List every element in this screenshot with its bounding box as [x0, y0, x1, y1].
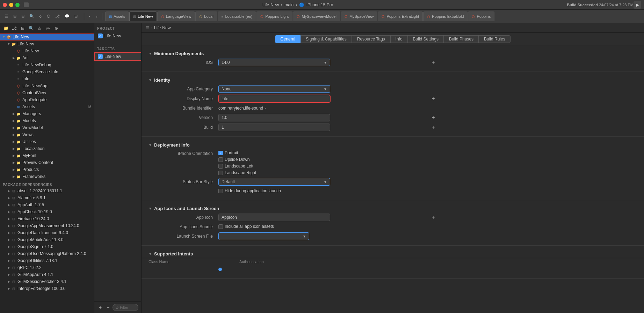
landscape-left-checkbox[interactable]: [218, 164, 223, 169]
status-bar-style-dropdown[interactable]: Default ▼: [218, 178, 330, 186]
package-dep-item[interactable]: ▶ ⊟ gRPC 1.62.2: [0, 264, 94, 271]
tree-item-preview-content[interactable]: ▶ 📁 Preview Content: [0, 159, 94, 166]
maximize-button[interactable]: [15, 3, 20, 7]
tab-languageview[interactable]: ⬡ LanguageView: [157, 12, 195, 21]
tree-item-managers[interactable]: ▶ 📁 Managers: [0, 110, 94, 117]
tab-localizable[interactable]: ≡ Localizable (en): [218, 12, 256, 21]
display-name-plus[interactable]: +: [430, 96, 436, 102]
tree-group-life-new[interactable]: ▼ 📂 Life-New: [0, 40, 94, 47]
debug-icon[interactable]: ⊕: [53, 25, 59, 31]
tab-life-new[interactable]: ⊟ Life-New: [129, 12, 157, 21]
package-dep-item[interactable]: ▶ ⊟ GoogleMobileAds 11.3.0: [0, 236, 94, 243]
min-deployments-title-row[interactable]: ▼ Minimum Deployments: [142, 50, 644, 58]
package-dep-item[interactable]: ▶ ⊟ Firebase 10.24.0: [0, 215, 94, 222]
tab-resource-tags[interactable]: Resource Tags: [352, 35, 390, 43]
package-dep-item[interactable]: ▶ ⊟ GoogleAppMeasurement 10.24.0: [0, 222, 94, 229]
package-dep-item[interactable]: ▶ ⊟ GTMAppAuth 4.1.1: [0, 271, 94, 278]
tree-item-viewmodel[interactable]: ▶ 📁 ViewModel: [0, 124, 94, 131]
tree-root-item[interactable]: ▼ 📦 Life-New: [0, 33, 94, 40]
package-dep-item[interactable]: ▶ ⊟ abseil 1.20240116011.1: [0, 187, 94, 194]
filter-input-container[interactable]: ⊙ Filter: [113, 304, 138, 311]
tree-item-assets[interactable]: ⊞ Assets M: [0, 103, 94, 110]
app-icon-input[interactable]: [218, 214, 330, 221]
version-plus[interactable]: +: [430, 114, 436, 121]
back-button[interactable]: ‹: [87, 12, 93, 21]
tab-myspace-viewmodel[interactable]: ⬡ MySpaceViewModel: [293, 12, 340, 21]
tree-item-appdelegate[interactable]: ⬡ AppDelegate: [0, 96, 94, 103]
test-icon[interactable]: ◎: [45, 25, 51, 31]
ios-plus-button[interactable]: +: [430, 59, 436, 66]
build-plus[interactable]: +: [430, 124, 436, 131]
hide-launch-checkbox[interactable]: [218, 189, 223, 193]
bookmark-button[interactable]: ⊟: [19, 12, 27, 21]
tree-item-frameworks[interactable]: ▶ 📁 Frameworks: [0, 173, 94, 180]
package-dep-item[interactable]: ▶ ⊟ GoogleSignIn 7.1.0: [0, 243, 94, 250]
target-item-life-new[interactable]: A Life-New: [94, 52, 141, 61]
tree-item-life-new-swift[interactable]: ⬡ Life-New: [0, 47, 94, 54]
identity-title-row[interactable]: ▼ Identity: [142, 76, 644, 84]
tree-item-contentview[interactable]: ⬡ ContentView: [0, 89, 94, 96]
display-name-input[interactable]: [218, 95, 330, 103]
app-icons-source-checkbox[interactable]: [218, 224, 223, 229]
version-input[interactable]: [218, 114, 330, 121]
build-input[interactable]: [218, 124, 330, 131]
diamond-button[interactable]: ◇: [37, 12, 44, 21]
package-dep-item[interactable]: ▶ ⊟ GoogleDataTransport 9.4.0: [0, 229, 94, 236]
tree-item-googleservice[interactable]: ≡ GoogleService-Info: [0, 68, 94, 75]
tab-general[interactable]: General: [275, 35, 301, 43]
comment-button[interactable]: 💬: [63, 12, 72, 21]
hex-button[interactable]: ⬡: [45, 12, 52, 21]
package-dep-item[interactable]: ▶ ⊟ GoogleUserMessagingPlatform 2.4.0: [0, 250, 94, 257]
package-dep-item[interactable]: ▶ ⊟ AppAuth 1.7.5: [0, 201, 94, 208]
warning-icon[interactable]: ⚠: [36, 25, 43, 31]
close-button[interactable]: [3, 3, 7, 7]
forward-button[interactable]: ›: [94, 12, 100, 21]
supported-intents-title-row[interactable]: ▼ Supported Intents: [142, 250, 644, 258]
play-button[interactable]: ▶: [634, 1, 641, 9]
tab-myspace-view[interactable]: ⬡ MySpaceView: [341, 12, 378, 21]
tab-signing[interactable]: Signing & Capabilities: [301, 35, 352, 43]
inspector-toggle-button[interactable]: ⊞: [11, 12, 19, 21]
package-dep-item[interactable]: ▶ ⊟ Alamofire 5.9.1: [0, 194, 94, 201]
ios-version-dropdown[interactable]: 14.0 ▼: [218, 59, 330, 66]
tree-item-info[interactable]: ≡ Info: [0, 75, 94, 82]
tree-item-life-newapp[interactable]: ⬡ Life_NewApp: [0, 82, 94, 89]
tree-item-utilities[interactable]: ▶ 📁 Utilities: [0, 138, 94, 145]
tree-item-life-newdebug[interactable]: ≡ Life-NewDebug: [0, 61, 94, 68]
tree-item-myfont[interactable]: ▶ 📁 MyFont: [0, 152, 94, 159]
tab-poppins-light[interactable]: ⬡ Poppins-Light: [256, 12, 292, 21]
package-dep-item[interactable]: ▶ ⊟ InteropForGoogle 100.0.0: [0, 285, 94, 292]
add-target-button[interactable]: +: [97, 304, 103, 311]
app-category-dropdown[interactable]: None ▼: [218, 85, 330, 93]
tab-assets[interactable]: ⊟ Assets: [105, 12, 129, 21]
upside-down-checkbox[interactable]: [218, 157, 223, 162]
grid-button[interactable]: ⊞: [72, 12, 80, 21]
bundle-id-link[interactable]: com.retrytech.life-sound ›: [218, 106, 428, 111]
tree-item-models[interactable]: ▶ 📁 Models: [0, 117, 94, 124]
portrait-checkbox[interactable]: [218, 151, 223, 155]
launch-screen-dropdown[interactable]: ▼: [218, 232, 309, 240]
bookmark-sidebar-icon[interactable]: ⊟: [20, 25, 26, 31]
tab-poppins-extrabold[interactable]: ⬡ Poppins-ExtraBold: [423, 12, 468, 21]
package-dep-item[interactable]: ▶ ⊟ GTMSessionFetcher 3.4.1: [0, 278, 94, 285]
tab-build-phases[interactable]: Build Phases: [444, 35, 479, 43]
tab-build-settings[interactable]: Build Settings: [408, 35, 444, 43]
sidebar-toggle-content-button[interactable]: ☰: [145, 25, 150, 30]
search-sidebar-icon[interactable]: 🔍: [28, 25, 34, 31]
landscape-right-checkbox[interactable]: [218, 171, 223, 175]
app-icon-plus[interactable]: +: [430, 214, 436, 221]
minimize-button[interactable]: [9, 3, 13, 7]
tab-poppins[interactable]: ⬡ Poppins: [468, 12, 494, 21]
tree-item-views[interactable]: ▶ 📁 Views: [0, 131, 94, 138]
folder-icon[interactable]: 📁: [3, 25, 9, 31]
tab-poppins-extralight[interactable]: ⬡ Poppins-ExtraLight: [378, 12, 423, 21]
vcs-icon[interactable]: ⎇: [11, 25, 17, 31]
project-item-life-new[interactable]: A Life-New: [94, 32, 141, 40]
tree-item-products[interactable]: ▶ 📁 Products: [0, 166, 94, 173]
remove-target-button[interactable]: −: [105, 304, 111, 311]
app-icons-title-row[interactable]: ▼ App Icons and Launch Screen: [142, 204, 644, 213]
sidebar-toggle-button[interactable]: ☰: [3, 12, 10, 21]
search-button[interactable]: 🔍: [27, 12, 36, 21]
package-dep-item[interactable]: ▶ ⊟ AppCheck 10.19.0: [0, 208, 94, 215]
tab-build-rules[interactable]: Build Rules: [479, 35, 511, 43]
